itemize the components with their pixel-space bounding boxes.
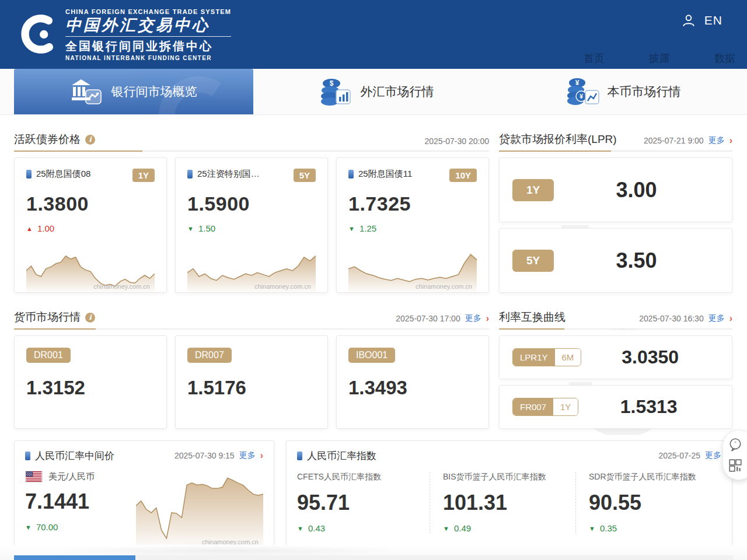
section-rule (499, 150, 732, 152)
rmb-central-parity-card[interactable]: 人民币汇率中间价 2025-07-30 9:15 更多 › (14, 440, 274, 549)
money-market-card[interactable]: IBO001 1.3493 (336, 335, 489, 429)
svg-text:": " (734, 440, 736, 446)
bond-card[interactable]: 25附息国债08 1Y 1.3800 ▲ 1.00 chinamoney.com… (14, 158, 167, 293)
chevron-right-icon[interactable]: › (260, 451, 263, 460)
cfets-logo-icon (21, 12, 57, 57)
info-icon[interactable]: i (85, 135, 95, 145)
swap-row[interactable]: LPR1Y 6M 3.0350 (499, 335, 732, 379)
next-section-tabbar (135, 555, 733, 560)
bond-name: 25附息国债11 (348, 169, 412, 180)
bond-price: 1.7325 (348, 192, 477, 215)
index-label: BIS货币篮子人民币汇率指数 (443, 472, 575, 482)
swap-rate: 3.0350 (581, 346, 719, 368)
svg-text:¥: ¥ (575, 79, 579, 87)
chevron-right-icon[interactable]: › (729, 314, 732, 323)
tenor-badge: 10Y (449, 169, 477, 182)
bond-name: 25注资特别国… (187, 169, 260, 180)
index-change: ▼ 0.35 (589, 523, 721, 533)
rate-code-badge: DR001 (26, 348, 71, 363)
more-link[interactable]: 更多 (708, 313, 725, 324)
card-timestamp: 2025-07-30 9:15 (174, 451, 235, 460)
ghost-nav: 首页 披露 数据 (584, 51, 735, 65)
chevron-right-icon[interactable]: › (486, 314, 489, 323)
bottom-strip (0, 545, 747, 560)
next-section-active-tab[interactable] (14, 555, 135, 560)
faded-background-image (53, 545, 403, 556)
card-title: 人民币汇率指数 (297, 449, 376, 463)
bullet-icon (25, 452, 30, 460)
language-toggle[interactable]: EN (704, 13, 722, 27)
change-arrow-icon: ▼ (348, 225, 355, 232)
more-link[interactable]: 更多 (705, 450, 721, 461)
chevron-right-icon[interactable]: › (729, 136, 732, 145)
brand-zh-title: 中国外汇交易中心 (65, 15, 231, 35)
change-arrow-icon: ▼ (297, 525, 303, 532)
bond-sparkline (348, 249, 477, 292)
bond-change: ▲ 1.00 (26, 223, 155, 233)
rate-value: 1.3152 (26, 377, 155, 399)
nav-item-disclosure[interactable]: 披露 (649, 51, 670, 65)
brand-en-title: CHINA FOREIGN EXCHANGE TRADE SYSTEM (65, 8, 231, 15)
rate-code-badge: DR007 (187, 348, 232, 363)
nav-item-home[interactable]: 首页 (584, 51, 605, 65)
more-link[interactable]: 更多 (239, 450, 256, 461)
index-value: 101.31 (443, 491, 575, 515)
tab-fx-market[interactable]: $ 外汇市场行情 (253, 69, 500, 114)
index-change: ▼ 0.43 (297, 523, 430, 533)
bank-chart-icon (71, 77, 104, 106)
rmb-index-card[interactable]: 人民币汇率指数 2025-07-25 更多 CFETS人民币汇率指数 95.71… (286, 440, 732, 549)
index-column-cfets: CFETS人民币汇率指数 95.71 ▼ 0.43 (297, 472, 430, 533)
section-title: 利率互换曲线 (499, 310, 566, 325)
card-title: 人民币汇率中间价 (25, 449, 114, 463)
tab-local-currency-market[interactable]: ¥ ¥ 本币市场行情 (500, 69, 747, 114)
user-account-icon[interactable] (681, 13, 696, 28)
section-timestamp: 2025-07-21 9:00 (644, 136, 704, 145)
apps-grid-icon[interactable] (728, 458, 743, 473)
section-title: 货币市场行情 (14, 310, 81, 325)
bond-card[interactable]: 25注资特别国… 5Y 1.5900 ▼ 1.50 chinamoney.com… (175, 158, 328, 293)
svg-text:$: $ (329, 79, 333, 88)
us-flag-icon (25, 471, 43, 482)
bullet-icon (26, 170, 32, 178)
lpr-row[interactable]: 1Y 3.00 (499, 158, 732, 222)
floating-tools-widget: " (722, 430, 747, 480)
bullet-icon (297, 452, 302, 460)
index-change: ▼ 0.49 (443, 523, 575, 533)
index-label: SDR货币篮子人民币汇率指数 (589, 472, 721, 482)
money-market-card[interactable]: DR001 1.3152 (14, 335, 167, 429)
index-value: 90.55 (589, 491, 721, 515)
lpr-rate: 3.50 (554, 249, 719, 273)
money-market-card[interactable]: DR007 1.5176 (175, 335, 328, 429)
fx-mid-value: 7.1441 (25, 489, 136, 514)
nav-item-data[interactable]: 数据 (714, 51, 735, 65)
page: CHINA FOREIGN EXCHANGE TRADE SYSTEM 中国外汇… (0, 0, 747, 560)
info-icon[interactable]: i (85, 313, 95, 323)
brand-logo[interactable]: CHINA FOREIGN EXCHANGE TRADE SYSTEM 中国外汇… (21, 8, 231, 61)
top-header: CHINA FOREIGN EXCHANGE TRADE SYSTEM 中国外汇… (0, 0, 747, 69)
tenor-badge: 1Y (132, 169, 155, 182)
swap-code-badge: FR007 1Y (512, 398, 578, 416)
section-lpr: 贷款市场报价利率(LPR) 2025-07-21 9:00 更多 › 1Y (499, 115, 732, 293)
section-swap-curve: 利率互换曲线 2025-07-30 16:30 更多 › LPR1Y (499, 293, 732, 429)
index-column-sdr: SDR货币篮子人民币汇率指数 90.55 ▼ 0.35 (575, 472, 721, 533)
rate-value: 1.3493 (348, 377, 477, 399)
tab-interbank-overview[interactable]: 银行间市场概览 (14, 69, 253, 114)
swap-row[interactable]: FR007 1Y 1.5313 (499, 385, 732, 429)
bond-sparkline (187, 249, 316, 292)
section-rule (14, 328, 489, 330)
section-rule (499, 328, 732, 330)
change-arrow-icon: ▲ (26, 225, 33, 232)
currency-pair: 美元/人民币 (48, 471, 95, 482)
feedback-chat-icon[interactable]: " (728, 437, 743, 452)
more-link[interactable]: 更多 (708, 135, 725, 146)
section-rule (14, 150, 489, 152)
tenor-badge: 5Y (294, 169, 316, 182)
change-arrow-icon: ▼ (589, 525, 595, 532)
lpr-row[interactable]: 5Y 3.50 (499, 228, 732, 293)
index-label: CFETS人民币汇率指数 (297, 472, 430, 482)
more-link[interactable]: 更多 (465, 313, 481, 324)
rate-value: 1.5176 (187, 377, 316, 399)
tab-watermark-icon (149, 72, 237, 114)
section-timestamp: 2025-07-30 16:30 (639, 314, 704, 323)
bond-card[interactable]: 25附息国债11 10Y 1.7325 ▼ 1.25 chinamoney.co… (336, 158, 489, 293)
